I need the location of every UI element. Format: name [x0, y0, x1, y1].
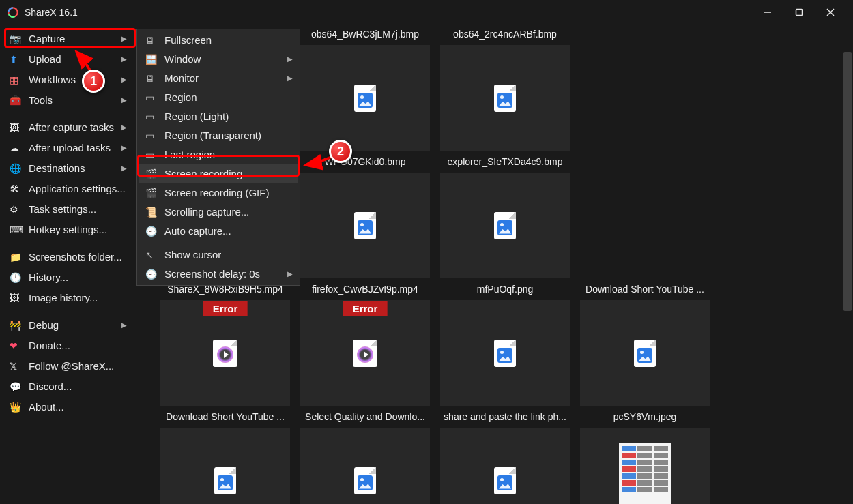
image-file-icon [494, 340, 516, 367]
sidebar-item-tools[interactable]: 🧰Tools▶ [4, 90, 132, 110]
submenu-item-last-region[interactable]: ▭Last region [139, 145, 298, 164]
sidebar-item-screenshots-folder[interactable]: 📁Screenshots folder... [4, 247, 132, 267]
submenu-icon: 🖥 [145, 33, 160, 47]
sidebar-item-after-capture-tasks[interactable]: 🖼After capture tasks▶ [4, 117, 132, 138]
sidebar-item-follow-sharex[interactable]: 𝕏Follow @ShareX... [4, 356, 132, 376]
file-item[interactable]: obs64_2rc4ncARBf.bmp [437, 29, 573, 155]
sidebar-item-donate[interactable]: ❤Donate... [4, 336, 132, 356]
file-item[interactable]: mfPuOqf.png [437, 284, 573, 411]
sidebar-item-debug[interactable]: 🚧Debug▶ [4, 315, 132, 336]
submenu-item-region-transparent[interactable]: ▭Region (Transparent) [139, 126, 298, 145]
sidebar-item-image-history[interactable]: 🖼Image history... [4, 288, 132, 308]
minimize-button[interactable] [752, 2, 783, 23]
file-thumbnail [440, 428, 570, 504]
file-item [577, 29, 713, 155]
submenu-item-scrolling-capture[interactable]: 📜Scrolling capture... [139, 203, 298, 222]
submenu-item-screen-recording[interactable]: 🎬Screen recording [139, 164, 298, 183]
submenu-icon: ▭ [145, 110, 160, 123]
sidebar-label: Discord... [29, 379, 72, 394]
close-button[interactable] [815, 2, 846, 23]
submenu-icon: 📜 [145, 205, 160, 219]
file-name-label: Download Short YouTube ... [166, 411, 285, 425]
submenu-icon: ▭ [145, 129, 160, 143]
sidebar-item-discord[interactable]: 💬Discord... [4, 376, 132, 397]
submenu-item-window[interactable]: 🪟Window▶ [139, 50, 298, 69]
file-item[interactable]: share and paste the link ph... [437, 411, 573, 504]
sidebar-item-destinations[interactable]: 🌐Destinations▶ [4, 158, 132, 179]
submenu-item-screenshot-delay-0s[interactable]: 🕘Screenshot delay: 0s▶ [139, 265, 298, 284]
sidebar-item-workflows[interactable]: ▦Workflows▶ [4, 70, 132, 90]
sidebar-item-about[interactable]: 👑About... [4, 397, 132, 417]
chevron-right-icon: ▶ [121, 31, 127, 46]
error-badge: Error [203, 301, 248, 316]
submenu-icon: 🕘 [145, 224, 160, 238]
sidebar-icon: ☁ [10, 140, 25, 155]
submenu-label: Last region [164, 148, 215, 162]
file-item[interactable]: firefox_CwvBJZvI9p.mp4Error [297, 284, 433, 411]
sidebar-icon: 👑 [10, 400, 25, 415]
chevron-right-icon: ▶ [121, 72, 127, 87]
sidebar-icon: 🖼 [10, 291, 25, 306]
sidebar-item-capture[interactable]: 📷Capture▶ [4, 29, 132, 49]
sidebar-label: History... [29, 270, 68, 285]
sidebar-item-history[interactable]: 🕘History... [4, 267, 132, 288]
sidebar-label: After capture tasks [29, 120, 114, 135]
image-file-icon [354, 85, 376, 112]
sidebar-label: About... [29, 400, 64, 415]
file-name-label: ShareX_8W8RxiB9H5.mp4 [167, 284, 283, 297]
submenu-label: Region (Light) [164, 110, 229, 123]
submenu-icon: ↖ [145, 248, 160, 262]
sidebar-label: Image history... [29, 291, 98, 306]
image-file-icon [354, 212, 376, 239]
sidebar-icon: ❤ [10, 338, 25, 353]
capture-submenu: 🖥Fullscreen🪟Window▶🖥Monitor▶▭Region▭Regi… [136, 29, 300, 286]
sidebar-icon: 🧰 [10, 93, 25, 108]
annotation-marker-2: 2 [329, 140, 352, 163]
file-item[interactable]: pcSY6Vm.jpeg [577, 411, 713, 504]
submenu-item-fullscreen[interactable]: 🖥Fullscreen [139, 31, 298, 50]
file-item[interactable]: Select Quality and Downlo... [297, 411, 433, 504]
scrollbar-thumb[interactable] [843, 52, 852, 311]
submenu-icon: 🖥 [145, 72, 160, 85]
annotation-marker-1: 1 [82, 70, 105, 93]
file-item[interactable]: obs64_BwRC3jLM7j.bmp [297, 29, 433, 155]
screenshot-thumbnail-icon [619, 443, 671, 505]
submenu-icon: 🎬 [145, 186, 160, 200]
submenu-item-auto-capture[interactable]: 🕘Auto capture... [139, 222, 298, 241]
submenu-item-region[interactable]: ▭Region [139, 88, 298, 107]
file-item[interactable]: WPG07GKid0.bmp [297, 156, 433, 283]
submenu-icon: 🪟 [145, 53, 160, 66]
file-item[interactable]: ShareX_8W8RxiB9H5.mp4Error [157, 284, 293, 411]
file-item[interactable]: Download Short YouTube ... [157, 411, 293, 504]
maximize-button[interactable] [783, 2, 815, 23]
chevron-right-icon: ▶ [287, 53, 293, 66]
error-badge: Error [343, 301, 388, 316]
submenu-item-screen-recording-gif[interactable]: 🎬Screen recording (GIF) [139, 183, 298, 203]
file-thumbnail [160, 428, 290, 504]
file-thumbnail [440, 300, 570, 406]
sidebar-item-application-settings[interactable]: 🛠Application settings... [4, 179, 132, 199]
file-thumbnail [440, 173, 570, 278]
submenu-icon: 🕘 [145, 267, 160, 281]
file-item[interactable]: explorer_SIeTXDa4c9.bmp [437, 156, 573, 283]
file-thumbnail [440, 45, 570, 151]
chevron-right-icon: ▶ [121, 52, 127, 67]
svg-rect-4 [796, 10, 803, 16]
submenu-label: Scrolling capture... [164, 205, 249, 219]
sidebar-item-after-upload-tasks[interactable]: ☁After upload tasks▶ [4, 138, 132, 158]
window-title: ShareX 16.1 [25, 7, 752, 18]
sharex-logo-icon [7, 6, 19, 18]
file-item[interactable]: Download Short YouTube ... [577, 284, 713, 411]
sidebar-label: Donate... [29, 338, 70, 353]
submenu-item-monitor[interactable]: 🖥Monitor▶ [139, 69, 298, 88]
sidebar: 📷Capture▶⬆Upload▶▦Workflows▶🧰Tools▶🖼Afte… [0, 25, 136, 504]
chevron-right-icon: ▶ [121, 318, 127, 333]
file-name-label: share and paste the link ph... [444, 411, 566, 425]
sidebar-icon: 🖼 [10, 120, 25, 135]
sidebar-item-upload[interactable]: ⬆Upload▶ [4, 49, 132, 70]
sidebar-icon: 𝕏 [10, 359, 25, 374]
sidebar-item-task-settings[interactable]: ⚙Task settings... [4, 199, 132, 220]
submenu-item-region-light[interactable]: ▭Region (Light) [139, 107, 298, 126]
sidebar-item-hotkey-settings[interactable]: ⌨Hotkey settings... [4, 220, 132, 240]
submenu-item-show-cursor[interactable]: ↖Show cursor [139, 246, 298, 265]
